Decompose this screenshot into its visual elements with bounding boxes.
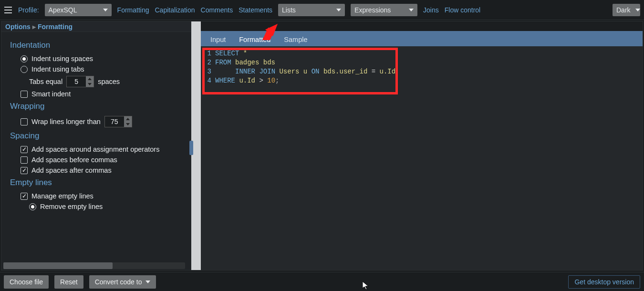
checkbox-icon[interactable] (21, 118, 28, 125)
opt-remove-empty[interactable]: Remove empty lines (29, 203, 182, 210)
code-line: 2 FROM badges bds (206, 58, 638, 67)
profile-label: Profile: (18, 6, 39, 14)
breadcrumb-current: Formatting (38, 23, 73, 31)
convert-dropdown[interactable]: Convert code to (89, 275, 156, 289)
checkbox-icon[interactable] (21, 156, 28, 164)
checkbox-icon[interactable] (21, 91, 28, 98)
wrap-field[interactable] (105, 116, 124, 127)
caret-down-icon (409, 9, 414, 11)
section-indentation: Indentation (10, 41, 182, 50)
opt-indent-spaces[interactable]: Indent using spaces (21, 55, 182, 62)
scrollbar-thumb[interactable] (3, 262, 113, 269)
svg-marker-6 (635, 9, 640, 11)
svg-marker-3 (103, 9, 108, 11)
code-editor[interactable]: 1 SELECT * 2 FROM badges bds 3 INNER JOI… (201, 46, 643, 270)
svg-marker-9 (126, 118, 130, 120)
menu-flow[interactable]: Flow control (445, 6, 480, 14)
profile-dropdown[interactable]: ApexSQL (45, 4, 112, 16)
svg-marker-13 (145, 281, 150, 283)
opt-around-assign[interactable]: Add spaces around assignment operators (21, 146, 182, 153)
convert-label: Convert code to (95, 278, 142, 286)
opt-indent-tabs[interactable]: Indent using tabs (21, 65, 182, 73)
options-body: Indentation Indent using spaces Indent u… (1, 32, 191, 270)
theme-value: Dark (616, 6, 631, 14)
svg-marker-5 (409, 9, 414, 11)
get-desktop-button[interactable]: Get desktop version (568, 275, 640, 289)
menu-statements[interactable]: Statements (239, 6, 272, 14)
spinner-icon[interactable] (86, 76, 93, 87)
splitter-handle-icon[interactable] (189, 141, 193, 155)
menu-comments[interactable]: Comments (201, 6, 233, 14)
code-panel: Input Formatted Sample 1 SELECT * 2 FROM… (201, 21, 643, 270)
code-line: 1 SELECT * (206, 49, 638, 58)
lists-dropdown[interactable]: Lists (278, 4, 345, 16)
tabs-equal-field[interactable] (67, 76, 86, 87)
expressions-dropdown[interactable]: Expressions (351, 4, 417, 16)
opt-tabs-equal: Tabs equal spaces (29, 76, 182, 87)
theme-dropdown[interactable]: Dark (613, 4, 640, 16)
options-panel: Options ▸ Formatting Indentation Indent … (1, 21, 191, 270)
checkbox-icon[interactable] (21, 167, 28, 174)
menu-formatting[interactable]: Formatting (117, 6, 149, 14)
radio-icon[interactable] (29, 203, 36, 210)
code-line: 3 INNER JOIN Users u ON bds.user_id = u.… (206, 67, 638, 76)
tabs-equal-input[interactable] (66, 76, 94, 87)
lists-label: Lists (282, 6, 296, 14)
expressions-label: Expressions (354, 6, 391, 14)
opt-before-commas[interactable]: Add spaces before commas (21, 156, 182, 164)
tab-input[interactable]: Input (204, 33, 232, 46)
svg-marker-8 (88, 83, 92, 85)
breadcrumb: Options ▸ Formatting (1, 21, 191, 32)
svg-marker-7 (88, 78, 92, 80)
menu-joins[interactable]: Joins (423, 6, 439, 14)
opt-after-commas[interactable]: Add spaces after commas (21, 166, 182, 174)
caret-down-icon (336, 9, 341, 11)
section-wrapping: Wrapping (10, 102, 182, 111)
footer: Choose file Reset Convert code to Get de… (0, 272, 644, 291)
toolbar: Profile: ApexSQL Formatting Capitalizati… (0, 0, 644, 20)
wrap-input[interactable] (104, 116, 132, 127)
caret-down-icon (635, 9, 640, 11)
caret-down-icon (145, 281, 150, 283)
section-empty: Empty lines (10, 178, 182, 187)
tab-sample[interactable]: Sample (277, 33, 314, 46)
splitter[interactable] (191, 21, 201, 270)
opt-manage-empty[interactable]: Manage empty lines (21, 192, 182, 200)
opt-smart-indent[interactable]: Smart indent (21, 90, 182, 98)
spinner-icon[interactable] (124, 116, 132, 127)
code-tabbar: Input Formatted Sample (201, 31, 643, 46)
hamburger-icon[interactable] (4, 6, 12, 14)
breadcrumb-root[interactable]: Options (5, 23, 31, 31)
breadcrumb-sep-icon: ▸ (32, 23, 36, 31)
menu-capitalization[interactable]: Capitalization (155, 6, 195, 14)
svg-marker-10 (126, 123, 130, 125)
radio-icon[interactable] (21, 66, 28, 73)
reset-button[interactable]: Reset (54, 275, 83, 289)
main: Options ▸ Formatting Indentation Indent … (1, 21, 643, 270)
section-spacing: Spacing (10, 131, 182, 141)
opt-wrap[interactable]: Wrap lines longer than (21, 116, 182, 127)
tab-formatted[interactable]: Formatted (232, 33, 277, 46)
checkbox-icon[interactable] (21, 193, 28, 200)
profile-value: ApexSQL (49, 6, 77, 14)
checkbox-icon[interactable] (21, 146, 28, 153)
choose-file-button[interactable]: Choose file (4, 275, 49, 289)
h-scrollbar[interactable] (3, 262, 185, 269)
svg-marker-4 (336, 9, 341, 11)
radio-icon[interactable] (21, 55, 28, 62)
code-line: 4 WHERE u.Id > 10; (206, 76, 638, 85)
caret-down-icon (103, 9, 108, 11)
